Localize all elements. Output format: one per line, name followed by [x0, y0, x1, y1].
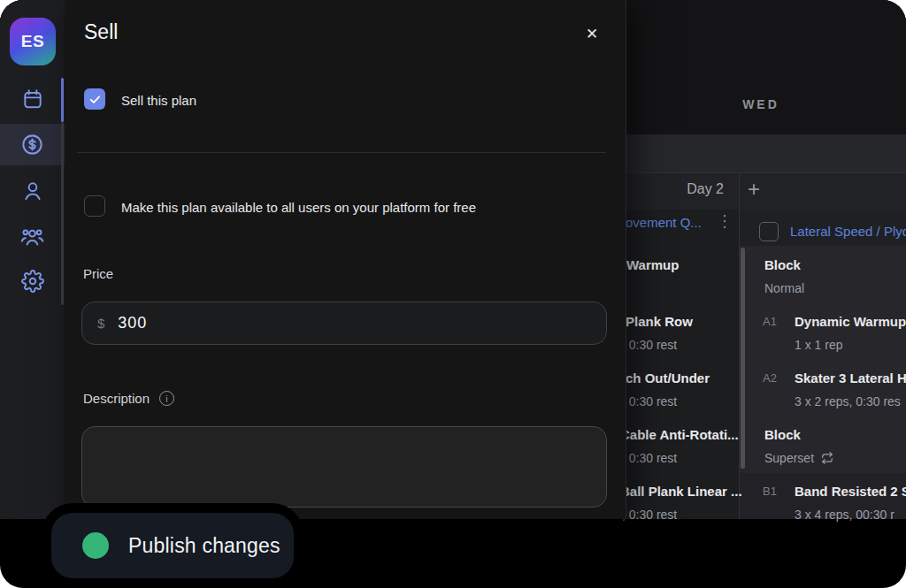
block-mode: Normal [764, 281, 804, 295]
block-label: Block [764, 427, 801, 442]
exercise-detail: 1 x 1 rep [795, 338, 842, 352]
description-label-row: Description i [83, 391, 174, 406]
status-dot-icon [82, 532, 109, 559]
right-workout-title-link[interactable]: Lateral Speed / Plyo [790, 224, 906, 239]
screenshot-frame: WED Day 2 + ovement Q... ⋮ Warmup Plank … [0, 0, 906, 588]
people-icon [20, 225, 44, 248]
sidebar-item-profile[interactable] [0, 170, 65, 212]
exercise-name: Band Resisted 2 Step [795, 484, 906, 499]
dollar-icon [20, 133, 44, 157]
exercise-name: Skater 3 Lateral Hop [795, 370, 906, 386]
exercise-name: Ball Plank Linear ... [620, 484, 742, 499]
gear-icon [21, 270, 44, 293]
publish-changes-button[interactable]: Publish changes [51, 513, 294, 578]
exercise-name: Dynamic Warmup [795, 314, 906, 329]
sell-drawer: Sell ✕ Sell this plan Make this plan ava… [65, 0, 626, 519]
exercise-code: A2 [763, 371, 777, 385]
calendar-icon [21, 88, 44, 111]
sidebar-item-payments[interactable] [0, 124, 65, 165]
exercise-name: Cable Anti-Rotati... [620, 427, 739, 442]
add-workout-button[interactable]: + [748, 179, 760, 200]
exercise-name: Warmup [626, 257, 679, 272]
sell-this-plan-checkbox[interactable] [84, 88, 105, 110]
kebab-menu-icon[interactable]: ⋮ [717, 213, 733, 229]
left-workout-title-link[interactable]: ovement Q... [626, 215, 702, 230]
sidebar-item-calendar[interactable] [0, 78, 65, 120]
price-input[interactable] [116, 313, 580, 333]
sidebar: ES [0, 0, 65, 519]
exercise-detail: 3 x 4 reps, 00:30 r [795, 508, 894, 522]
currency-symbol: $ [97, 316, 104, 331]
check-icon [88, 93, 102, 106]
free-plan-label: Make this plan available to all users on… [121, 200, 476, 215]
exercise-detail: , 0:30 rest [622, 338, 677, 352]
block-mode: Superset [764, 451, 833, 465]
superset-repeat-icon [821, 452, 833, 464]
publish-changes-label: Publish changes [128, 534, 280, 558]
price-label: Price [83, 266, 113, 281]
sidebar-item-clients[interactable] [0, 215, 65, 257]
block-mode-text: Normal [764, 281, 804, 295]
price-field[interactable]: $ [81, 302, 607, 345]
app-logo[interactable]: ES [10, 18, 56, 65]
description-label: Description [83, 391, 150, 406]
exercise-name: Plank Row [626, 314, 693, 329]
sidebar-item-settings[interactable] [0, 260, 65, 302]
exercise-detail: , 0:30 rest [622, 508, 677, 522]
person-icon [21, 179, 44, 202]
info-icon[interactable]: i [159, 391, 174, 406]
column-divider [739, 172, 740, 519]
day-label: Day 2 [687, 181, 724, 197]
scrollbar-thumb[interactable] [741, 248, 745, 469]
block-mode-text: Superset [764, 451, 814, 465]
exercise-detail: , 0:30 rest [622, 451, 677, 465]
workout-select-checkbox[interactable] [759, 222, 779, 241]
exercise-detail: 3 x 2 reps, 0:30 res [795, 394, 901, 409]
divider [77, 152, 606, 153]
block-label: Block [764, 257, 801, 272]
close-icon[interactable]: ✕ [582, 23, 602, 45]
nav-scroll-track [61, 122, 64, 305]
sell-this-plan-label: Sell this plan [121, 93, 196, 108]
exercise-code: A1 [763, 315, 777, 328]
free-plan-checkbox[interactable] [84, 195, 105, 217]
exercise-name: ch Out/Under [626, 370, 710, 386]
exercise-code: B1 [763, 485, 777, 498]
drawer-title: Sell [84, 20, 118, 44]
day-header-wed: WED [712, 97, 810, 111]
description-textarea[interactable] [81, 426, 607, 508]
active-nav-indicator [61, 78, 64, 122]
exercise-detail: , 0:30 rest [622, 394, 677, 409]
